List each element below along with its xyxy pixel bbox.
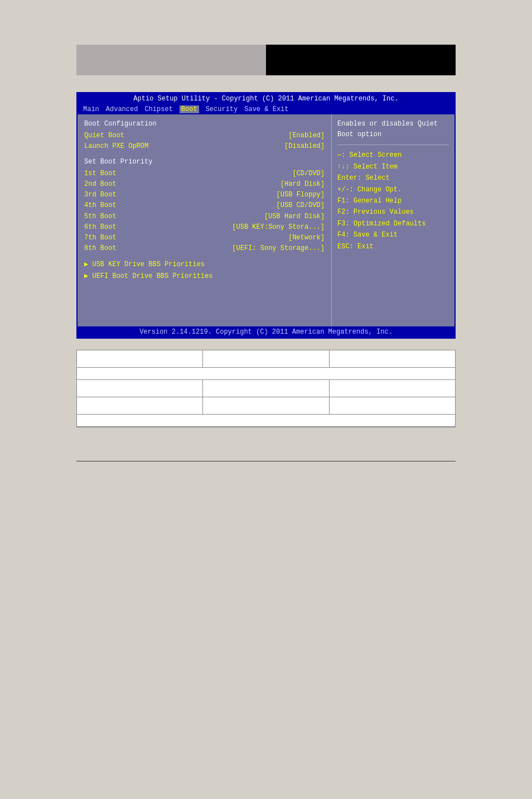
boot-6th-row[interactable]: 6th Boot [USB KEY:Sony Stora...] xyxy=(84,222,325,233)
boot-6th-value: [USB KEY:Sony Stora...] xyxy=(232,222,325,233)
boot-priority-header: Set Boot Priority xyxy=(84,157,325,167)
uefi-boot-drive-submenu[interactable]: UEFI Boot Drive BBS Priorities xyxy=(84,271,325,282)
menu-item-main[interactable]: Main xyxy=(83,105,99,113)
boot-8th-value: [UEFI: Sony Storage...] xyxy=(232,243,325,254)
boot-3rd-label: 3rd Boot xyxy=(84,190,151,200)
boot-1st-row[interactable]: 1st Boot [CD/DVD] xyxy=(84,169,325,179)
key-select-item: ↑↓: Select Item xyxy=(337,161,449,172)
boot-3rd-row[interactable]: 3rd Boot [USB Floppy] xyxy=(84,190,325,200)
key-f2: F2: Previous Values xyxy=(337,206,449,218)
help-text: Enables or disables Quiet Boot option xyxy=(337,119,449,140)
launch-pxe-value: [Disabled] xyxy=(284,141,325,152)
table-cell-3-1 xyxy=(77,380,203,397)
bios-title-text: Aptio Setup Utility - Copyright (C) 2011… xyxy=(133,95,398,103)
boot-2nd-row[interactable]: 2nd Boot [Hard Disk] xyxy=(84,179,325,190)
table-row-1 xyxy=(77,350,455,368)
boot-8th-row[interactable]: 8th Boot [UEFI: Sony Storage...] xyxy=(84,243,325,254)
boot-6th-label: 6th Boot xyxy=(84,222,151,233)
bios-version-text: Version 2.14.1219. Copyright (C) 2011 Am… xyxy=(139,328,393,336)
bottom-line xyxy=(76,461,456,461)
key-f3: F3: Optimized Defaults xyxy=(337,218,449,229)
table-cell-1-2 xyxy=(203,350,329,367)
quiet-boot-label: Quiet Boot xyxy=(84,131,151,141)
bios-menu-bar: Main Advanced Chipset Boot Security Save… xyxy=(78,104,454,114)
table-sub-cell-2 xyxy=(203,397,329,414)
boot-5th-value: [USB Hard Disk] xyxy=(264,211,325,222)
table-row-full-1 xyxy=(77,368,455,380)
boot-4th-label: 4th Boot xyxy=(84,200,151,211)
boot-2nd-value: [Hard Disk] xyxy=(280,179,325,190)
quiet-boot-row[interactable]: Quiet Boot [Enabled] xyxy=(84,131,325,141)
boot-5th-row[interactable]: 5th Boot [USB Hard Disk] xyxy=(84,211,325,222)
key-f4: F4: Save & Exit xyxy=(337,229,449,240)
top-banner-right xyxy=(266,45,456,75)
menu-item-advanced[interactable]: Advanced xyxy=(106,105,138,113)
menu-item-chipset[interactable]: Chipset xyxy=(144,105,172,113)
boot-4th-row[interactable]: 4th Boot [USB CD/DVD] xyxy=(84,200,325,211)
menu-item-save-exit[interactable]: Save & Exit xyxy=(244,105,288,113)
launch-pxe-row[interactable]: Launch PXE OpROM [Disabled] xyxy=(84,141,325,152)
boot-8th-label: 8th Boot xyxy=(84,243,151,254)
boot-config-header: Boot Configuration xyxy=(84,119,325,129)
key-enter: Enter: Select xyxy=(337,172,449,184)
table-row-3 xyxy=(77,380,455,397)
top-banner-left xyxy=(76,45,266,75)
boot-7th-value: [Network] xyxy=(288,233,325,243)
key-help: ↔: Select Screen ↑↓: Select Item Enter: … xyxy=(337,150,449,252)
table-sub-cell-1 xyxy=(77,397,203,414)
bios-container: Aptio Setup Utility - Copyright (C) 2011… xyxy=(76,92,456,339)
table-cell-1-3 xyxy=(330,350,455,367)
menu-item-boot[interactable]: Boot xyxy=(180,105,199,113)
boot-2nd-label: 2nd Boot xyxy=(84,179,151,190)
key-f1: F1: General Help xyxy=(337,195,449,206)
boot-7th-label: 7th Boot xyxy=(84,233,151,243)
table-cell-3-2 xyxy=(203,380,329,397)
right-panel-divider xyxy=(337,145,449,145)
boot-3rd-value: [USB Floppy] xyxy=(277,190,325,200)
key-select-screen: ↔: Select Screen xyxy=(337,150,449,161)
menu-item-security[interactable]: Security xyxy=(206,105,238,113)
page-wrapper: Aptio Setup Utility - Copyright (C) 2011… xyxy=(0,0,532,799)
boot-1st-label: 1st Boot xyxy=(84,169,151,179)
boot-1st-value: [CD/DVD] xyxy=(292,169,325,179)
table-sub-cell-3 xyxy=(330,397,455,414)
table-cell-1-1 xyxy=(77,350,203,367)
key-esc: ESC: Exit xyxy=(337,241,449,252)
bios-bottom-bar: Version 2.14.1219. Copyright (C) 2011 Am… xyxy=(78,326,454,338)
bios-title-bar: Aptio Setup Utility - Copyright (C) 2011… xyxy=(78,93,454,104)
table-section xyxy=(76,350,456,427)
top-banner xyxy=(76,45,456,75)
boot-4th-value: [USB CD/DVD] xyxy=(277,200,325,211)
quiet-boot-value: [Enabled] xyxy=(288,131,325,141)
table-row-full-2 xyxy=(77,415,455,427)
usb-key-drive-submenu[interactable]: USB KEY Drive BBS Priorities xyxy=(84,259,325,270)
boot-5th-label: 5th Boot xyxy=(84,211,151,222)
bios-left-panel: Boot Configuration Quiet Boot [Enabled] … xyxy=(78,114,332,326)
launch-pxe-label: Launch PXE OpROM xyxy=(84,141,151,152)
bios-main: Boot Configuration Quiet Boot [Enabled] … xyxy=(78,114,454,326)
boot-7th-row[interactable]: 7th Boot [Network] xyxy=(84,233,325,243)
key-change-opt: +/-: Change Opt. xyxy=(337,184,449,195)
table-sub-row-1 xyxy=(77,397,455,415)
bios-right-panel: Enables or disables Quiet Boot option ↔:… xyxy=(332,114,454,326)
table-cell-3-3 xyxy=(330,380,455,397)
